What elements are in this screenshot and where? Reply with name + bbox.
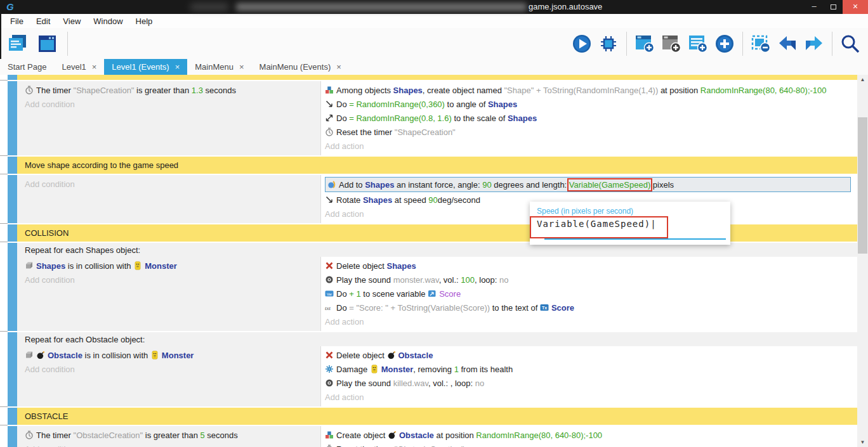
event-handle[interactable] <box>8 175 17 223</box>
tab-close-icon[interactable]: × <box>336 62 341 72</box>
condition[interactable]: Shapes is in collision with Monster <box>25 259 317 273</box>
action[interactable]: Damage Monster, removing 1 from its heal… <box>325 362 852 376</box>
text-segment: is in collision with <box>82 351 150 360</box>
add-condition-button[interactable]: Add condition <box>25 97 317 111</box>
action[interactable]: Play the sound killed.wav, vol.: , loop:… <box>325 376 852 390</box>
undo-icon[interactable] <box>776 32 799 55</box>
scroll-up-icon[interactable]: ▲ <box>857 75 868 84</box>
actions-column[interactable]: Delete object ShapesPlay the sound monst… <box>321 257 857 331</box>
add-condition-button[interactable]: Add condition <box>25 177 317 191</box>
event-handle[interactable] <box>8 426 17 447</box>
action[interactable]: VarDo + 1 to scene variable Score <box>325 287 852 301</box>
comment-text[interactable]: COLLISION <box>17 224 857 242</box>
event-handle[interactable] <box>8 81 17 155</box>
text-segment: = "Score: " + ToString(Variable(Score)) <box>349 303 490 313</box>
action[interactable]: Delete object Obstacle <box>325 348 852 362</box>
action[interactable]: Do = RandomInRange(0,360) to angle of Sh… <box>325 97 852 111</box>
conditions-column[interactable]: Obstacle is in collision with MonsterAdd… <box>17 346 321 406</box>
toolbar <box>0 28 868 59</box>
conditions-column[interactable]: Shapes is in collision with MonsterAdd c… <box>17 257 321 331</box>
menu-file[interactable]: File <box>4 16 30 26</box>
tab-start-page[interactable]: Start Page <box>0 59 54 75</box>
action[interactable]: Reset the timer "ShapeCreation" <box>325 125 852 139</box>
expression-editor-popup: Speed (in pixels per second) Variable(Ga… <box>530 202 730 245</box>
action[interactable]: Play the sound monster.wav, vol.: 100, l… <box>325 273 852 287</box>
tab-close-icon[interactable]: × <box>92 62 97 72</box>
comment-text[interactable] <box>17 75 857 80</box>
toolbar-separator <box>832 32 832 56</box>
action[interactable]: Among objects Shapes, create object name… <box>325 83 852 97</box>
add-action-button[interactable]: Add action <box>325 314 852 328</box>
add-condition-button[interactable]: Add condition <box>25 362 317 376</box>
conditions-column[interactable]: The timer "ObstacleCreation" is greater … <box>17 426 321 447</box>
actions-column[interactable]: Create object Obstacle at position Rando… <box>321 426 857 447</box>
conditions-column[interactable]: The timer "ShapeCreation" is greater tha… <box>17 81 321 155</box>
add-condition-button[interactable]: Add condition <box>25 273 317 287</box>
event-content: Add conditionAdd to Shapes an instant fo… <box>17 175 857 223</box>
actions-column[interactable]: Among objects Shapes, create object name… <box>321 81 857 155</box>
scroll-down-icon[interactable]: ▼ <box>857 437 868 447</box>
tab-level1-events[interactable]: Level1 (Events) × <box>104 59 187 75</box>
redo-icon[interactable] <box>803 32 825 55</box>
event-handle[interactable] <box>8 224 17 242</box>
action[interactable]: txtDo = "Score: " + ToString(Variable(Sc… <box>325 301 852 314</box>
text-segment: monster.wav <box>393 275 439 285</box>
tab-close-icon[interactable]: × <box>175 62 180 72</box>
event-gutter <box>0 175 8 223</box>
action[interactable]: Do = RandomInRange(0.8, 1.6) to the scal… <box>325 111 852 125</box>
project-manager-icon[interactable] <box>6 32 29 55</box>
condition[interactable]: The timer "ObstacleCreation" is greater … <box>25 428 317 442</box>
remove-event-icon[interactable] <box>749 32 772 55</box>
text-segment: , vol.: <box>439 275 461 285</box>
event-handle[interactable] <box>8 332 17 406</box>
menu-edit[interactable]: Edit <box>30 16 56 26</box>
action[interactable]: Add to Shapes an instant force, angle: 9… <box>325 177 851 192</box>
text-segment: Score <box>551 303 574 313</box>
text-segment: Shapes <box>393 86 423 95</box>
comment-text[interactable]: OBSTACLE <box>17 408 857 425</box>
text-segment: Obstacle <box>48 351 82 360</box>
menu-view[interactable]: View <box>56 16 87 26</box>
menu-window[interactable]: Window <box>87 16 129 26</box>
action[interactable]: Reset the timer "ObstacleCreation" <box>325 442 852 447</box>
add-action-button[interactable]: Add action <box>325 390 852 404</box>
scene-editor-icon[interactable] <box>36 32 58 55</box>
add-circle-icon[interactable] <box>713 32 736 55</box>
comment-text[interactable]: Move shape according to the game speed <box>17 157 857 174</box>
add-action-button[interactable]: Add action <box>325 139 852 153</box>
event-handle[interactable] <box>8 408 17 425</box>
add-event-icon[interactable] <box>633 32 656 55</box>
condition[interactable]: The timer "ShapeCreation" is greater tha… <box>25 83 317 97</box>
menu-help[interactable]: Help <box>129 16 159 26</box>
text-segment: Shapes <box>36 261 65 271</box>
tab-close-icon[interactable]: × <box>239 62 244 72</box>
conditions-column[interactable]: Add condition <box>17 175 321 223</box>
debug-icon[interactable] <box>597 32 620 55</box>
restore-button[interactable] <box>824 0 843 14</box>
add-condition-button[interactable]: Add condition <box>25 442 317 447</box>
for-each-header[interactable]: Repeat for each Obstacle object: <box>17 332 857 346</box>
play-icon[interactable] <box>570 32 593 55</box>
event-handle[interactable] <box>8 75 17 80</box>
minimize-button[interactable]: – <box>805 0 824 14</box>
search-icon[interactable] <box>839 32 862 55</box>
tab-level1[interactable]: Level1 × <box>54 59 104 75</box>
add-subevent-icon[interactable] <box>660 32 683 55</box>
event-handle[interactable] <box>8 243 17 331</box>
condition[interactable]: Obstacle is in collision with Monster <box>25 348 317 362</box>
tab-mainmenu[interactable]: MainMenu × <box>187 59 251 75</box>
scrollbar-thumb[interactable] <box>858 117 867 254</box>
add-comment-icon[interactable] <box>687 32 709 55</box>
text-segment: "ShapeCreation" <box>395 127 456 137</box>
actions-column[interactable]: Delete object ObstacleDamage Monster, re… <box>321 346 857 406</box>
action[interactable]: Delete object Shapes <box>325 259 852 273</box>
redacted-title-blur <box>236 3 527 11</box>
vertical-scrollbar[interactable]: ▲ ▼ <box>857 75 868 447</box>
for-each-header[interactable]: Repeat for each Shapes object: <box>17 243 857 257</box>
close-button[interactable]: × <box>843 0 868 14</box>
event-handle[interactable] <box>8 157 17 174</box>
text-segment: to the text of <box>490 303 540 313</box>
text-segment: RandomInRange(80, 640-80);-100 <box>700 86 827 95</box>
action[interactable]: Create object Obstacle at position Rando… <box>325 428 852 442</box>
tab-mainmenu-events[interactable]: MainMenu (Events) × <box>252 59 349 75</box>
